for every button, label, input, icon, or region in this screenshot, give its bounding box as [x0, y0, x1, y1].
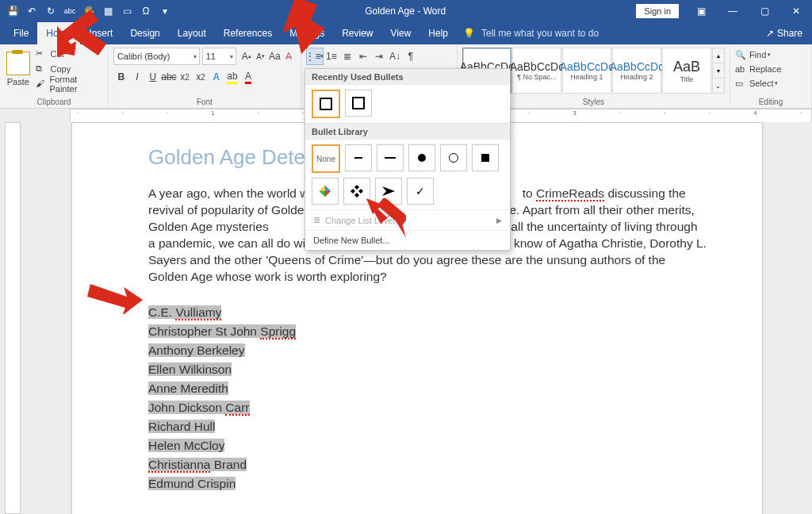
- find-icon: 🔍: [735, 50, 746, 60]
- bullet-none[interactable]: None: [312, 144, 340, 173]
- bullet-check[interactable]: ✓: [407, 178, 434, 205]
- svg-marker-6: [350, 189, 355, 194]
- bullet-dash[interactable]: [377, 144, 404, 171]
- svg-marker-8: [382, 186, 395, 196]
- font-color-icon[interactable]: A: [240, 69, 256, 85]
- svg-marker-5: [354, 193, 359, 198]
- superscript-button[interactable]: x2: [193, 69, 209, 85]
- maximize-button[interactable]: ▢: [749, 0, 780, 22]
- annotation-arrow-1: [278, 0, 325, 57]
- styles-scroll-up[interactable]: ▴: [713, 48, 724, 63]
- styles-scroll-down[interactable]: ▾: [713, 63, 724, 78]
- tab-layout[interactable]: Layout: [169, 22, 215, 44]
- replace-button[interactable]: abReplace: [735, 62, 806, 76]
- style-heading-2[interactable]: AaBbCcDcHeading 2: [612, 48, 661, 94]
- increase-indent-icon[interactable]: ⇥: [371, 48, 387, 64]
- styles-expand[interactable]: ⌄: [713, 78, 724, 93]
- highlight-icon[interactable]: ab: [224, 69, 240, 85]
- select-icon: ▭: [735, 79, 746, 89]
- recent-bullet-square[interactable]: [312, 90, 340, 118]
- tab-references[interactable]: References: [215, 22, 281, 44]
- select-button[interactable]: ▭Select▾: [735, 76, 806, 90]
- format-painter-button[interactable]: 🖌Format Painter: [36, 77, 102, 91]
- style-title[interactable]: AaBTitle: [662, 48, 711, 94]
- decrease-indent-icon[interactable]: ⇤: [355, 48, 371, 64]
- annotation-arrow-2: [57, 10, 113, 57]
- subscript-button[interactable]: x2: [177, 69, 193, 85]
- svg-marker-3: [320, 186, 325, 191]
- share-button[interactable]: ↗Share: [766, 28, 802, 39]
- tab-file[interactable]: File: [5, 22, 37, 44]
- tab-help[interactable]: Help: [419, 22, 457, 44]
- style-no-spacing[interactable]: AaBbCcDc¶ No Spac...: [512, 48, 561, 94]
- editing-label: Editing: [735, 96, 806, 108]
- bullet-square-fill[interactable]: [472, 144, 499, 171]
- close-button[interactable]: ✕: [780, 0, 812, 22]
- font-name-combo[interactable]: Calibri (Body): [113, 48, 200, 65]
- title-bar: 💾 ↶ ↻ abc 🖐 ▦ ▭ Ω ▾ Golden Age - Word Si…: [0, 0, 812, 22]
- word-window: 💾 ↶ ↻ abc 🖐 ▦ ▭ Ω ▾ Golden Age - Word Si…: [0, 0, 812, 514]
- svg-marker-7: [358, 189, 363, 194]
- shrink-font-icon[interactable]: A▾: [254, 48, 268, 64]
- define-new-bullet[interactable]: Define New Bullet...: [305, 230, 510, 250]
- chevron-right-icon: ▶: [496, 217, 502, 224]
- svg-marker-16: [87, 284, 143, 314]
- group-font: Calibri (Body) 11 A▴ A▾ Aa A̶ B I U abc …: [109, 44, 301, 108]
- clipboard-icon: [6, 52, 30, 75]
- picture-icon[interactable]: ▭: [117, 2, 136, 21]
- svg-marker-9: [282, 0, 325, 54]
- tell-me[interactable]: 💡Tell me what you want to do: [463, 28, 599, 39]
- annotation-arrow-4: [87, 274, 143, 314]
- underline-button[interactable]: U: [145, 69, 161, 85]
- svg-marker-1: [325, 186, 331, 191]
- tab-design[interactable]: Design: [121, 22, 168, 44]
- numbering-button[interactable]: 1≡: [324, 48, 339, 64]
- qat-more-icon[interactable]: ▾: [155, 2, 174, 21]
- ribbon-options-icon[interactable]: ▣: [685, 0, 717, 22]
- show-marks-icon[interactable]: ¶: [403, 48, 419, 64]
- vertical-ruler[interactable]: [5, 122, 21, 514]
- bullet-disc[interactable]: [408, 144, 435, 171]
- bullet-hyphen[interactable]: [345, 144, 372, 171]
- bullet-circle[interactable]: [440, 144, 467, 171]
- font-label: Font: [113, 96, 296, 108]
- svg-marker-4: [354, 185, 359, 190]
- copy-button[interactable]: ⧉Copy: [36, 62, 102, 76]
- change-list-level: ≣ Change List Level ▶: [305, 209, 510, 230]
- lightbulb-icon: 💡: [463, 28, 475, 39]
- share-icon: ↗: [766, 28, 774, 39]
- paintbrush-icon: 🖌: [36, 79, 46, 90]
- clipboard-label: Clipboard: [5, 96, 103, 108]
- replace-icon: ab: [735, 64, 746, 74]
- font-size-combo[interactable]: 11: [202, 48, 236, 65]
- recent-bullets-header: Recently Used Bullets: [305, 69, 510, 85]
- save-icon[interactable]: 💾: [3, 2, 22, 21]
- scissors-icon: ✂: [36, 48, 47, 59]
- multilevel-button[interactable]: ≣: [339, 48, 355, 64]
- omega-icon[interactable]: Ω: [136, 2, 155, 21]
- find-button[interactable]: 🔍Find▾: [735, 48, 806, 62]
- sign-in-button[interactable]: Sign in: [636, 4, 679, 18]
- spelling-error[interactable]: CrimeReads: [536, 186, 604, 201]
- italic-button[interactable]: I: [129, 69, 145, 85]
- style-heading-1[interactable]: AaBbCcDcHeading 1: [562, 48, 611, 94]
- recent-bullet-square-2[interactable]: [345, 90, 372, 117]
- tab-view[interactable]: View: [382, 22, 420, 44]
- bullet-4color[interactable]: [312, 178, 339, 205]
- paste-button[interactable]: Paste: [5, 46, 31, 92]
- tab-review[interactable]: Review: [333, 22, 381, 44]
- document-title: Golden Age - Word: [174, 6, 636, 17]
- sort-icon[interactable]: A↓: [387, 48, 403, 64]
- bullet-library-header: Bullet Library: [305, 123, 510, 140]
- minimize-button[interactable]: —: [717, 0, 749, 22]
- bold-button[interactable]: B: [113, 69, 129, 85]
- undo-icon[interactable]: ↶: [22, 2, 41, 21]
- copy-icon: ⧉: [36, 63, 47, 75]
- svg-marker-2: [320, 191, 325, 197]
- bullets-dropdown: Recently Used Bullets Bullet Library Non…: [304, 68, 511, 251]
- window-buttons: Sign in ▣ — ▢ ✕: [636, 0, 812, 22]
- strikethrough-button[interactable]: abc: [161, 69, 177, 85]
- text-effects-icon[interactable]: A: [209, 69, 224, 85]
- list-level-icon: ≣: [313, 215, 320, 225]
- grow-font-icon[interactable]: A▴: [239, 48, 254, 64]
